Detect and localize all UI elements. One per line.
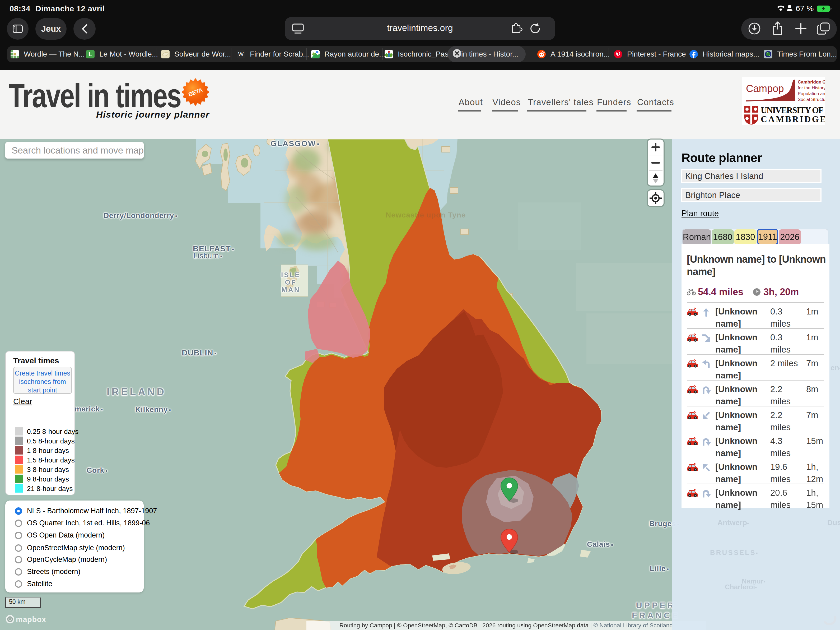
svg-text:for the History of: for the History of bbox=[798, 85, 825, 90]
svg-text:1.5 8-hour days: 1.5 8-hour days bbox=[27, 456, 75, 464]
svg-text:67 %: 67 % bbox=[796, 4, 813, 13]
svg-text:mapbox: mapbox bbox=[16, 615, 46, 624]
svg-text:Social Structure: Social Structure bbox=[798, 97, 825, 102]
svg-text:Population and: Population and bbox=[798, 91, 825, 96]
svg-text:9 8-hour days: 9 8-hour days bbox=[27, 475, 69, 483]
svg-text:3 8-hour days: 3 8-hour days bbox=[27, 465, 69, 473]
svg-text:0.5 8-hour days: 0.5 8-hour days bbox=[27, 437, 75, 445]
svg-text:21 8-hour days: 21 8-hour days bbox=[27, 484, 73, 492]
svg-text:0.25 8-hour days: 0.25 8-hour days bbox=[27, 427, 79, 435]
svg-text:Cambridge Group: Cambridge Group bbox=[798, 79, 825, 85]
svg-text:UNIVERSITY OF: UNIVERSITY OF bbox=[761, 105, 824, 115]
svg-text:Campop: Campop bbox=[746, 83, 784, 94]
svg-text:CAMBRIDGE: CAMBRIDGE bbox=[761, 114, 825, 124]
svg-text:1 8-hour days: 1 8-hour days bbox=[27, 446, 69, 454]
